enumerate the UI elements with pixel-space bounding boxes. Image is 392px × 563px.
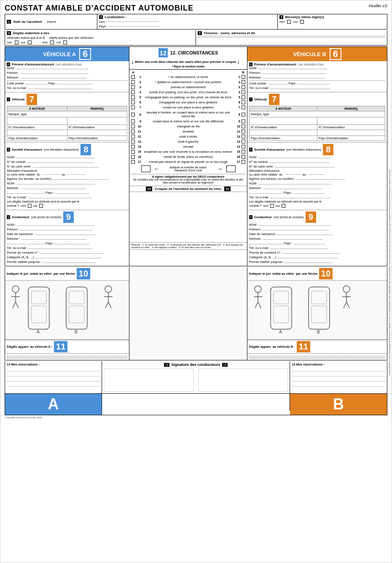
- pays2-a-val[interactable]: [7, 193, 45, 194]
- tel2-b-value[interactable]: [271, 198, 330, 198]
- degats-veh-non-checkbox[interactable]: [15, 41, 19, 44]
- adresse3-b-value[interactable]: [263, 239, 322, 240]
- circ-14-cb-a[interactable]: [131, 145, 135, 149]
- du-b-value[interactable]: [286, 174, 301, 175]
- circ-9-cb-a[interactable]: [131, 119, 135, 123]
- non2-b-cb[interactable]: [270, 204, 274, 208]
- circ-16-cb-b[interactable]: [242, 155, 245, 159]
- count-box-a[interactable]: [141, 165, 150, 172]
- adresse-b-line2[interactable]: [249, 80, 385, 81]
- circ-17-cb-a[interactable]: [131, 160, 135, 164]
- circ-4-cb-b[interactable]: [242, 90, 245, 94]
- circ-17-cb-b[interactable]: [242, 160, 245, 164]
- pays-value[interactable]: [109, 26, 160, 27]
- obs-a-line4[interactable]: [7, 382, 100, 387]
- cp-b-value[interactable]: [268, 84, 287, 84]
- degats-a-line1[interactable]: [7, 356, 127, 356]
- prenom-a-value[interactable]: [21, 73, 88, 74]
- agence-a-value[interactable]: [54, 179, 109, 180]
- circ-13-cb-a[interactable]: [131, 140, 135, 143]
- circ-11-cb-a[interactable]: [131, 130, 135, 133]
- prenom-b-value[interactable]: [263, 73, 326, 74]
- circ-4-cb-a[interactable]: [131, 90, 135, 94]
- au-b-value[interactable]: [309, 174, 324, 175]
- nom3-a-value[interactable]: [17, 184, 95, 184]
- adresse2-b-value[interactable]: [263, 189, 322, 189]
- nom-a-value[interactable]: [17, 69, 89, 69]
- circ-8-cb-a[interactable]: [131, 113, 135, 116]
- carte-a-value[interactable]: [33, 167, 99, 168]
- degats-a-line3[interactable]: [7, 358, 127, 359]
- nom2-a-value[interactable]: [17, 158, 95, 158]
- circ-1-cb-a[interactable]: [131, 75, 135, 79]
- naissance-b-value[interactable]: [278, 235, 333, 235]
- valable-a-value[interactable]: [43, 263, 95, 263]
- tel-b-value[interactable]: [271, 89, 330, 89]
- adresse-b-value[interactable]: [263, 78, 325, 78]
- tel2-a-value[interactable]: [29, 198, 92, 198]
- contrat-b-value[interactable]: [270, 162, 329, 163]
- obs-b-line2[interactable]: [292, 371, 385, 376]
- obs-b-line3[interactable]: [292, 376, 385, 382]
- valable-b-value[interactable]: [285, 263, 331, 263]
- au-a-value[interactable]: [68, 174, 85, 175]
- pays3-a-value[interactable]: [55, 244, 89, 244]
- circ-10-cb-a[interactable]: [131, 125, 135, 128]
- naissance-a-value[interactable]: [35, 235, 97, 235]
- pays2-b-value[interactable]: [293, 193, 325, 194]
- categorie-b-value[interactable]: [279, 258, 338, 258]
- cp-a-value[interactable]: [26, 84, 47, 84]
- pays-a-value[interactable]: [58, 84, 91, 84]
- adresse3-a-value[interactable]: [21, 239, 86, 240]
- agence-b-value[interactable]: [296, 179, 345, 180]
- degats-obj-oui-checkbox[interactable]: [63, 41, 67, 44]
- circ-5-cb-b[interactable]: [242, 95, 245, 99]
- tel3-a-value[interactable]: [29, 249, 92, 249]
- circ-9-cb-b[interactable]: [242, 119, 245, 123]
- immat2-b-value[interactable]: [317, 117, 385, 125]
- pays-immat-b-value[interactable]: [250, 130, 317, 136]
- degats-obj-non-checkbox[interactable]: [50, 41, 54, 44]
- permis-a-value[interactable]: [40, 253, 104, 254]
- obs-a-line3[interactable]: [7, 376, 100, 382]
- circ-6-cb-a[interactable]: [131, 100, 135, 104]
- obs-b-line1[interactable]: [292, 366, 385, 371]
- degats-b-line1[interactable]: [249, 356, 385, 356]
- blesses-oui-checkbox[interactable]: [300, 20, 304, 24]
- circ-5-cb-a[interactable]: [131, 95, 135, 99]
- circ-11-cb-b[interactable]: [242, 130, 245, 133]
- carte-b-value[interactable]: [276, 167, 335, 168]
- pays-immat2-a-value[interactable]: [67, 130, 127, 136]
- prenom2-a-value[interactable]: [21, 230, 92, 230]
- du-a-value[interactable]: [43, 174, 60, 175]
- nom4-b-value[interactable]: [259, 225, 331, 226]
- circ-16-cb-a[interactable]: [131, 155, 135, 159]
- pays2-b-val[interactable]: [249, 193, 283, 194]
- adresse-a-value[interactable]: [21, 78, 86, 78]
- circ-12-cb-a[interactable]: [131, 135, 135, 138]
- nom-b-value[interactable]: [259, 69, 327, 69]
- circ-13-cb-b[interactable]: [242, 140, 245, 143]
- sig-b-box[interactable]: [198, 368, 288, 392]
- obs-b-line4[interactable]: [292, 382, 385, 387]
- nom2-b-value[interactable]: [259, 158, 331, 158]
- nom3-b-value[interactable]: [259, 184, 331, 184]
- contrat-a-value[interactable]: [28, 162, 93, 163]
- nom4-a-value[interactable]: [17, 225, 95, 226]
- sig-a-box[interactable]: [104, 368, 194, 392]
- oui2-b-cb[interactable]: [282, 204, 285, 208]
- adresse2-a-value[interactable]: [21, 189, 86, 189]
- circ-2-cb-b[interactable]: [242, 80, 245, 84]
- tel3-b-value[interactable]: [271, 249, 328, 249]
- lieu-value[interactable]: [108, 22, 159, 22]
- count-box-b[interactable]: [226, 165, 236, 172]
- circ-15-cb-a[interactable]: [131, 150, 135, 154]
- circ-6-cb-b[interactable]: [242, 100, 245, 104]
- circ-7-cb-a[interactable]: [131, 106, 135, 109]
- prenom2-b-value[interactable]: [263, 230, 328, 230]
- circ-10-cb-b[interactable]: [242, 125, 245, 128]
- immat-a-value[interactable]: [7, 117, 67, 125]
- degats-veh-oui-checkbox[interactable]: [28, 41, 32, 44]
- immat2-a-value[interactable]: [67, 117, 127, 125]
- oui2-a-cb[interactable]: [39, 204, 43, 208]
